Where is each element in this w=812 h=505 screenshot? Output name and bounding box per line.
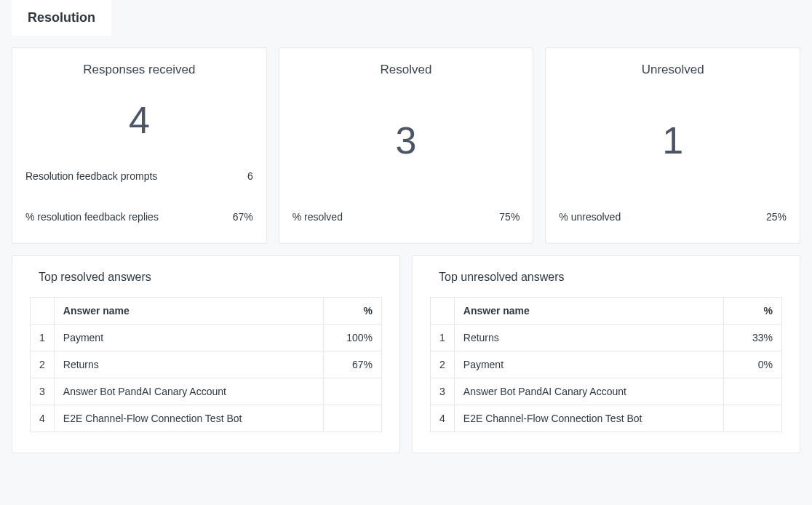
- table-top-resolved: Top resolved answers Answer name % 1 Pay…: [12, 255, 400, 453]
- row-answer-name: Answer Bot PandAI Canary Account: [54, 378, 323, 405]
- metric-value: 75%: [499, 211, 520, 223]
- card-title: Unresolved: [546, 48, 800, 84]
- row-percent: [324, 405, 382, 432]
- row-index: 1: [31, 325, 55, 351]
- responses-received-value: 4: [12, 84, 266, 163]
- table-row: 2 Returns 67%: [31, 351, 382, 378]
- table-row: 2 Payment 0%: [431, 351, 782, 378]
- col-answer-name: Answer name: [454, 298, 723, 325]
- card-unresolved: Unresolved 1 % unresolved 25%: [545, 47, 800, 244]
- metric-resolved-pct: % resolved 75%: [292, 204, 520, 230]
- row-index: 3: [431, 378, 455, 405]
- row-percent: 0%: [724, 351, 782, 378]
- table-row: 1 Payment 100%: [31, 325, 382, 351]
- table-row: 1 Returns 33%: [431, 325, 782, 351]
- col-percent: %: [324, 298, 382, 325]
- row-percent: [724, 378, 782, 405]
- row-percent: [724, 405, 782, 432]
- row-answer-name: E2E Channel-Flow Connection Test Bot: [454, 405, 723, 432]
- row-index: 2: [31, 351, 55, 378]
- metric-label: % unresolved: [559, 211, 621, 223]
- metric-resolution-feedback-replies-pct: % resolution feedback replies 67%: [25, 204, 253, 230]
- metric-unresolved-pct: % unresolved 25%: [559, 204, 787, 230]
- row-answer-name: Returns: [54, 351, 323, 378]
- row-answer-name: E2E Channel-Flow Connection Test Bot: [54, 405, 323, 432]
- col-index: [31, 298, 55, 325]
- card-title: Resolved: [279, 48, 533, 84]
- col-index: [431, 298, 455, 325]
- row-index: 4: [31, 405, 55, 432]
- row-percent: 33%: [724, 325, 782, 351]
- row-answer-name: Answer Bot PandAI Canary Account: [454, 378, 723, 405]
- card-resolved: Resolved 3 % resolved 75%: [279, 47, 534, 244]
- unresolved-value: 1: [546, 84, 800, 204]
- table-header-row: Answer name %: [31, 298, 382, 325]
- row-answer-name: Returns: [454, 325, 723, 351]
- resolved-value: 3: [279, 84, 533, 204]
- resolved-answers-table: Answer name % 1 Payment 100% 2 Returns 6…: [30, 297, 382, 432]
- metrics: % resolved 75%: [279, 204, 533, 243]
- table-top-unresolved: Top unresolved answers Answer name % 1 R…: [412, 255, 800, 453]
- metric-label: Resolution feedback prompts: [25, 170, 157, 182]
- tab-resolution[interactable]: Resolution: [12, 0, 111, 36]
- row-index: 4: [431, 405, 455, 432]
- col-answer-name: Answer name: [54, 298, 323, 325]
- metrics: % unresolved 25%: [546, 204, 800, 243]
- table-header-row: Answer name %: [431, 298, 782, 325]
- metric-label: % resolution feedback replies: [25, 211, 159, 223]
- table-title: Top resolved answers: [30, 271, 382, 284]
- table-title: Top unresolved answers: [430, 271, 782, 284]
- stats-row: Responses received 4 Resolution feedback…: [0, 36, 812, 255]
- metric-value: 6: [247, 170, 253, 182]
- metric-value: 67%: [233, 211, 253, 223]
- table-row: 3 Answer Bot PandAI Canary Account: [431, 378, 782, 405]
- table-row: 4 E2E Channel-Flow Connection Test Bot: [431, 405, 782, 432]
- row-index: 2: [431, 351, 455, 378]
- table-row: 3 Answer Bot PandAI Canary Account: [31, 378, 382, 405]
- row-answer-name: Payment: [454, 351, 723, 378]
- row-percent: 100%: [324, 325, 382, 351]
- metrics: Resolution feedback prompts 6 % resoluti…: [12, 163, 266, 243]
- row-index: 1: [431, 325, 455, 351]
- card-title: Responses received: [12, 48, 266, 84]
- metric-label: % resolved: [292, 211, 343, 223]
- tab-bar: Resolution: [0, 0, 812, 36]
- row-answer-name: Payment: [54, 325, 323, 351]
- row-index: 3: [31, 378, 55, 405]
- row-percent: [324, 378, 382, 405]
- card-responses-received: Responses received 4 Resolution feedback…: [12, 47, 267, 244]
- col-percent: %: [724, 298, 782, 325]
- metric-resolution-feedback-prompts: Resolution feedback prompts 6: [25, 163, 253, 189]
- table-row: 4 E2E Channel-Flow Connection Test Bot: [31, 405, 382, 432]
- tables-row: Top resolved answers Answer name % 1 Pay…: [0, 255, 812, 465]
- unresolved-answers-table: Answer name % 1 Returns 33% 2 Payment 0%…: [430, 297, 782, 432]
- row-percent: 67%: [324, 351, 382, 378]
- metric-value: 25%: [766, 211, 787, 223]
